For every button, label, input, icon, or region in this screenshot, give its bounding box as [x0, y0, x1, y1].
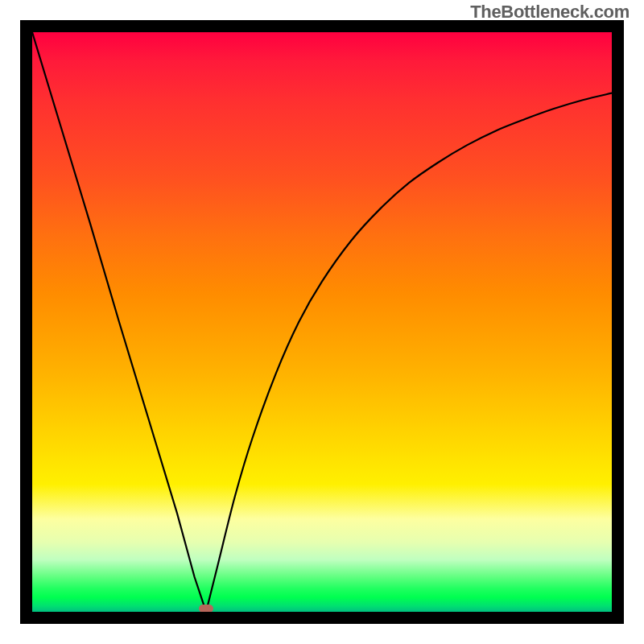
chart-frame: [20, 20, 624, 624]
watermark-text: TheBottleneck.com: [470, 2, 630, 23]
curve-svg: [32, 32, 612, 612]
curve-right: [206, 93, 612, 612]
optimum-marker: [199, 605, 213, 612]
curve-left: [32, 32, 206, 612]
plot-area: [32, 32, 612, 612]
